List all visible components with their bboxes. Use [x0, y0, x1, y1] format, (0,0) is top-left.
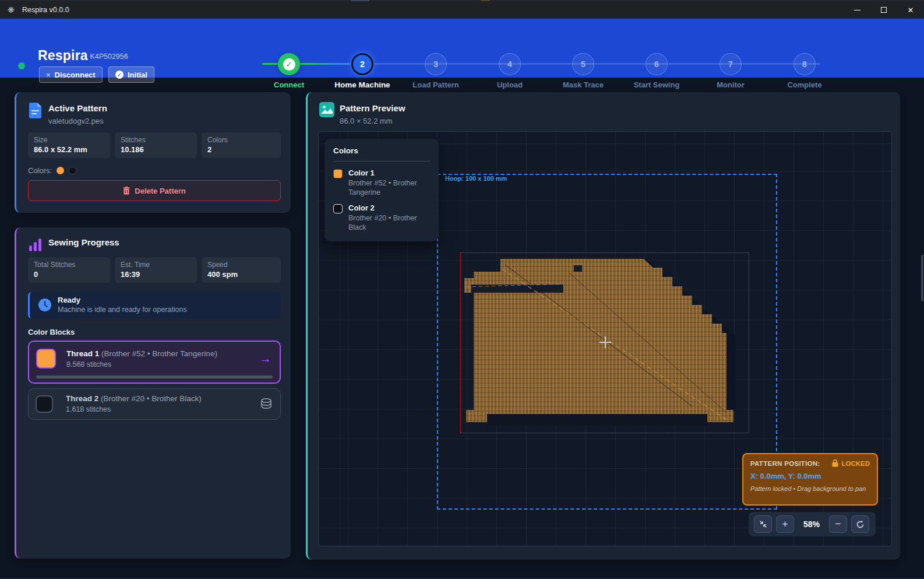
step-mask-trace[interactable]: 5 Mask Trace [546, 53, 620, 89]
thread-2-stitches: 1.618 stitches [66, 405, 111, 413]
pattern-preview-card: Pattern Preview 86.0 × 52.2 mm Hoop: 100… [306, 92, 900, 560]
trash-icon [123, 187, 130, 195]
refresh-icon [856, 520, 865, 529]
reset-view-button[interactable] [851, 515, 869, 533]
step-connect-label: Connect [252, 80, 326, 89]
step-home-machine[interactable]: 2 Home Machine [326, 53, 399, 89]
status-description: Machine is idle and ready for operations [58, 306, 187, 314]
minimize-button[interactable] [844, 1, 870, 19]
step-start-sewing[interactable]: 6 Start Sewing [620, 53, 693, 89]
step-upload-label: Upload [473, 80, 546, 89]
preview-canvas[interactable]: Hoop: 100 x 100 mm [318, 131, 892, 546]
legend-brand-2: Brother #20 • Brother Black [348, 214, 430, 232]
delete-pattern-label: Delete Pattern [135, 187, 185, 195]
fit-view-icon [759, 520, 768, 529]
initial-check-icon: ✓ [115, 71, 124, 79]
stat-size: Size 86.0 x 52.2 mm [28, 132, 110, 158]
thread-1-stitches: 8.568 stitches [66, 360, 111, 369]
stat-est-time-value: 16:39 [121, 270, 191, 279]
stat-colors-label: Colors [207, 136, 275, 144]
fit-view-button[interactable] [754, 515, 772, 533]
thread-2-name: Thread 2 (Brother #20 • Brother Black) [66, 394, 202, 403]
sewing-progress-card: Sewing Progress Total Stitches 0 Est. Ti… [15, 227, 291, 559]
thread-2-name-bold: Thread 2 [66, 394, 98, 403]
zoom-level: 58% [798, 520, 825, 529]
step-complete-label: Complete [768, 80, 841, 89]
sewing-title: Sewing Progress [48, 237, 119, 247]
app-window: ❋ Respira v0.0.0 ✕ Respira •K4P502956 × … [0, 0, 924, 579]
step-upload[interactable]: 4 Upload [473, 53, 546, 89]
machine-serial: •K4P502956 [84, 52, 128, 61]
legend-brand-1: Brother #52 • Brother Tangerine [348, 179, 430, 197]
position-coordinates: X: 0.0mm, Y: 0.0mm [750, 472, 870, 480]
position-note: Pattern locked • Drag background to pan [750, 485, 870, 492]
legend-swatch-2 [333, 204, 343, 213]
step-home-machine-label: Home Machine [326, 80, 399, 89]
active-pattern-title: Active Pattern [48, 103, 107, 113]
close-button[interactable]: ✕ [897, 1, 924, 19]
serial-value: K4P502956 [90, 52, 128, 61]
brand-title: Respira [38, 48, 88, 64]
legend-name-2: Color 2 [348, 203, 430, 212]
window-edge-scrollbar[interactable] [921, 255, 923, 301]
thread-2-block[interactable]: Thread 2 (Brother #20 • Brother Black) 1… [28, 388, 281, 420]
step-complete[interactable]: 8 Complete [768, 53, 841, 89]
machine-status-box: Ready Machine is idle and ready for oper… [28, 292, 281, 318]
maximize-button[interactable] [870, 1, 897, 19]
step-monitor[interactable]: 7 Monitor [694, 53, 767, 89]
stat-est-time: Est. Time 16:39 [115, 257, 197, 283]
color-dot-1 [57, 167, 64, 174]
stat-colors-value: 2 [207, 145, 275, 154]
titlebar: ❋ Respira v0.0.0 ✕ [0, 1, 924, 19]
disconnect-button[interactable]: × Disconnect [39, 66, 103, 83]
step-start-sewing-circle: 6 [646, 53, 668, 75]
stat-stitches: Stitches 10.186 [115, 132, 197, 158]
status-title: Ready [58, 296, 80, 304]
layers-icon [260, 398, 272, 410]
step-upload-circle: 4 [499, 53, 521, 75]
stat-total-stitches-value: 0 [34, 270, 104, 279]
thread-1-name: Thread 1 (Brother #52 • Brother Tangerin… [66, 349, 217, 358]
position-title: PATTERN POSITION: [750, 460, 820, 467]
thread-2-swatch [36, 395, 53, 413]
window-title: Respira v0.0.0 [22, 6, 69, 14]
colors-label: Colors: [28, 166, 52, 175]
color-dot-2 [69, 167, 76, 174]
legend-divider [333, 161, 430, 162]
arrow-right-icon: → [259, 352, 271, 366]
step-start-sewing-label: Start Sewing [620, 80, 693, 89]
lock-icon [832, 459, 838, 467]
delete-pattern-button[interactable]: Delete Pattern [28, 180, 281, 201]
zoom-out-button[interactable]: − [829, 515, 847, 533]
minimize-icon [854, 10, 860, 10]
connection-status-dot [18, 62, 25, 69]
app-header: Respira •K4P502956 × Disconnect ✓ Initia… [0, 19, 924, 78]
step-connect[interactable]: ✓ Connect [252, 53, 326, 89]
maximize-icon [881, 7, 887, 13]
initial-label: Initial [128, 71, 147, 79]
thread-1-name-bold: Thread 1 [66, 349, 99, 358]
minus-icon: − [835, 518, 841, 530]
preview-dimensions: 86.0 × 52.2 mm [340, 117, 393, 125]
locked-badge: LOCKED [832, 459, 870, 467]
colors-legend: Colors Color 1 Brother #52 • Brother Tan… [325, 139, 439, 241]
legend-name-1: Color 1 [348, 169, 430, 177]
window-controls: ✕ [844, 1, 924, 19]
initial-button[interactable]: ✓ Initial [108, 66, 154, 83]
step-load-pattern[interactable]: 3 Load Pattern [399, 53, 472, 89]
step-load-pattern-circle: 3 [425, 53, 447, 75]
disconnect-label: Disconnect [55, 71, 96, 79]
stat-size-value: 86.0 x 52.2 mm [34, 145, 104, 154]
active-pattern-card: Active Pattern valetudogv2.pes Size 86.0… [15, 92, 291, 213]
step-load-pattern-label: Load Pattern [399, 80, 472, 89]
document-icon [28, 102, 43, 118]
stat-colors: Colors 2 [202, 132, 281, 158]
locked-label: LOCKED [841, 460, 870, 467]
stat-total-stitches-label: Total Stitches [34, 261, 104, 269]
zoom-in-button[interactable]: + [776, 515, 794, 533]
thread-1-block[interactable]: Thread 1 (Brother #52 • Brother Tangerin… [28, 341, 281, 384]
step-mask-trace-label: Mask Trace [546, 80, 620, 89]
stat-stitches-value: 10.186 [121, 145, 191, 154]
thread-1-swatch [36, 349, 56, 369]
legend-title: Colors [333, 146, 430, 155]
